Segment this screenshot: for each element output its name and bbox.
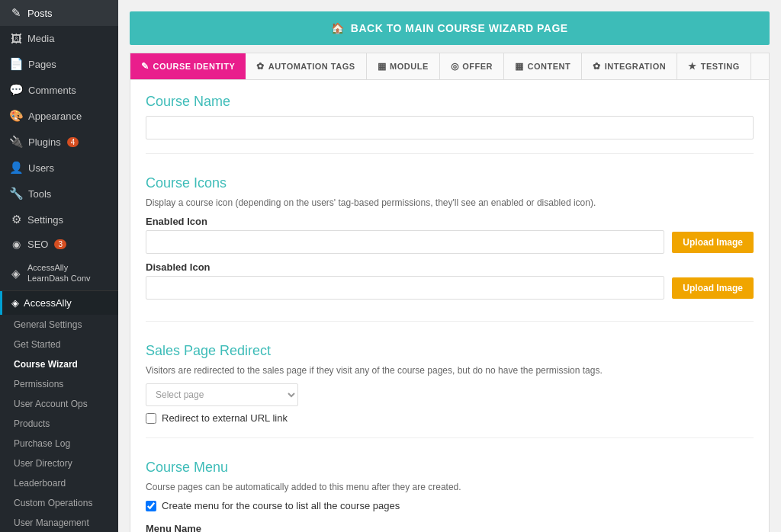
plugins-icon: 🔌 (9, 135, 24, 149)
course-icons-title: Course Icons (146, 175, 754, 191)
tab-module[interactable]: ▦ MODULE (367, 53, 440, 79)
sidebar-item-permissions[interactable]: Permissions (0, 374, 118, 394)
sales-page-section: Sales Page Redirect Visitors are redirec… (130, 329, 769, 430)
integration-tab-icon: ✿ (593, 61, 601, 72)
course-menu-section: Course Menu Course pages can be automati… (130, 446, 769, 532)
appearance-icon: 🎨 (9, 109, 24, 123)
section-divider-2 (146, 321, 754, 322)
sidebar-item-posts[interactable]: ✎ Posts (0, 0, 118, 26)
back-bar-label: BACK TO MAIN COURSE WIZARD PAGE (351, 22, 568, 34)
tab-content-label: CONTENT (528, 62, 571, 71)
course-icons-section: Course Icons Display a course icon (depe… (130, 162, 769, 313)
accessally-icon: ◈ (11, 297, 19, 309)
sidebar-item-course-wizard[interactable]: Course Wizard (0, 354, 118, 374)
upload-enabled-icon-button[interactable]: Upload Image (672, 232, 754, 253)
home-icon: 🏠 (331, 22, 345, 34)
tab-bar: ✎ COURSE IDENTITY ✿ AUTOMATION TAGS ▦ MO… (130, 53, 769, 80)
course-menu-title: Course Menu (146, 460, 754, 476)
sidebar-item-pages[interactable]: 📄 Pages (0, 51, 118, 77)
sidebar: ✎ Posts 🖼 Media 📄 Pages 💬 Comments 🎨 App… (0, 0, 118, 532)
content-area: ✎ COURSE IDENTITY ✿ AUTOMATION TAGS ▦ MO… (130, 53, 770, 532)
sidebar-item-comments[interactable]: 💬 Comments (0, 77, 118, 103)
seo-badge: 3 (54, 239, 66, 249)
posts-icon: ✎ (9, 6, 23, 20)
accessally-learndash-icon: ◈ (9, 266, 23, 281)
plugins-badge: 4 (67, 137, 79, 147)
sidebar-item-appearance[interactable]: 🎨 Appearance (0, 103, 118, 129)
enabled-icon-label: Enabled Icon (146, 216, 754, 227)
redirect-external-label: Redirect to external URL link (162, 412, 288, 424)
section-divider-1 (146, 153, 754, 154)
section-divider-3 (146, 437, 754, 438)
sidebar-accessally-header[interactable]: ◈ AccessAlly (0, 291, 118, 315)
enabled-icon-row: Upload Image (146, 230, 754, 254)
redirect-checkbox-row: Redirect to external URL link (146, 412, 754, 424)
sidebar-item-user-management[interactable]: User Management (0, 513, 118, 532)
course-name-title: Course Name (146, 94, 754, 110)
sidebar-item-user-account-ops[interactable]: User Account Ops (0, 394, 118, 414)
sidebar-item-purchase-log[interactable]: Purchase Log (0, 434, 118, 453)
settings-icon: ⚙ (9, 213, 23, 226)
tab-automation-tags-label: AUTOMATION TAGS (268, 62, 355, 71)
sales-page-select[interactable]: Select page (146, 383, 298, 406)
sidebar-item-settings[interactable]: ⚙ Settings (0, 207, 118, 232)
sidebar-item-leaderboard[interactable]: Leaderboard (0, 473, 118, 493)
disabled-icon-label: Disabled Icon (146, 261, 754, 273)
automation-tags-tab-icon: ✿ (256, 61, 265, 72)
tab-integration-label: INTEGRATION (605, 62, 666, 71)
media-icon: 🖼 (9, 32, 23, 45)
sidebar-main-nav: ✎ Posts 🖼 Media 📄 Pages 💬 Comments 🎨 App… (0, 0, 118, 291)
sales-page-desc: Visitors are redirected to the sales pag… (146, 365, 754, 376)
module-tab-icon: ▦ (378, 61, 387, 72)
course-icons-desc: Display a course icon (depending on the … (146, 197, 754, 208)
enabled-icon-input[interactable] (146, 230, 664, 254)
disabled-icon-row: Upload Image (146, 276, 754, 300)
tab-course-identity-label: COURSE IDENTITY (153, 62, 236, 71)
tab-offer[interactable]: ◎ OFFER (440, 53, 504, 79)
content-tab-icon: ▦ (515, 61, 524, 72)
course-name-input[interactable]: LearnDash Course: Example LearnDash Cour… (146, 116, 754, 139)
users-icon: 👤 (9, 161, 24, 175)
sidebar-item-seo[interactable]: ◉ SEO 3 (0, 232, 118, 256)
main-content: 🏠 BACK TO MAIN COURSE WIZARD PAGE ✎ COUR… (118, 0, 781, 532)
back-to-main-button[interactable]: 🏠 BACK TO MAIN COURSE WIZARD PAGE (130, 11, 770, 45)
sidebar-item-users[interactable]: 👤 Users (0, 155, 118, 181)
offer-tab-icon: ◎ (451, 61, 459, 72)
testing-tab-icon: ★ (688, 61, 697, 72)
sales-page-title: Sales Page Redirect (146, 343, 754, 359)
tab-testing-label: TESTING (701, 62, 740, 71)
redirect-external-checkbox[interactable] (146, 413, 156, 424)
course-name-section: Course Name LearnDash Course: Example Le… (130, 80, 769, 146)
tab-offer-label: OFFER (462, 62, 493, 71)
tab-module-label: MODULE (390, 62, 429, 71)
seo-icon: ◉ (9, 239, 23, 250)
menu-name-label: Menu Name (146, 523, 754, 532)
tab-testing[interactable]: ★ TESTING (677, 53, 751, 79)
course-identity-tab-icon: ✎ (141, 61, 149, 72)
create-menu-checkbox[interactable] (146, 501, 156, 511)
create-menu-checkbox-row: Create menu for the course to list all t… (146, 500, 754, 511)
sidebar-sub-nav: General Settings Get Started Course Wiza… (0, 315, 118, 532)
create-menu-label: Create menu for the course to list all t… (162, 500, 400, 511)
sidebar-item-get-started[interactable]: Get Started (0, 335, 118, 354)
sidebar-item-tools[interactable]: 🔧 Tools (0, 181, 118, 207)
sidebar-item-general-settings[interactable]: General Settings (0, 315, 118, 335)
sidebar-item-user-directory[interactable]: User Directory (0, 453, 118, 473)
tools-icon: 🔧 (9, 187, 24, 200)
course-menu-desc: Course pages can be automatically added … (146, 482, 754, 492)
sidebar-item-media[interactable]: 🖼 Media (0, 26, 118, 51)
sidebar-item-custom-operations[interactable]: Custom Operations (0, 493, 118, 513)
tab-integration[interactable]: ✿ INTEGRATION (582, 53, 677, 79)
tab-course-identity[interactable]: ✎ COURSE IDENTITY (130, 53, 246, 79)
pages-icon: 📄 (9, 57, 24, 71)
sidebar-item-products[interactable]: Products (0, 414, 118, 434)
tab-automation-tags[interactable]: ✿ AUTOMATION TAGS (246, 53, 366, 79)
sidebar-item-accessally-learndash[interactable]: ◈ AccessAllyLearnDash Conv (0, 256, 118, 290)
tab-content[interactable]: ▦ CONTENT (504, 53, 582, 79)
upload-disabled-icon-button[interactable]: Upload Image (672, 277, 754, 299)
comments-icon: 💬 (9, 83, 24, 97)
disabled-icon-input[interactable] (146, 276, 664, 300)
sidebar-item-plugins[interactable]: 🔌 Plugins 4 (0, 129, 118, 155)
